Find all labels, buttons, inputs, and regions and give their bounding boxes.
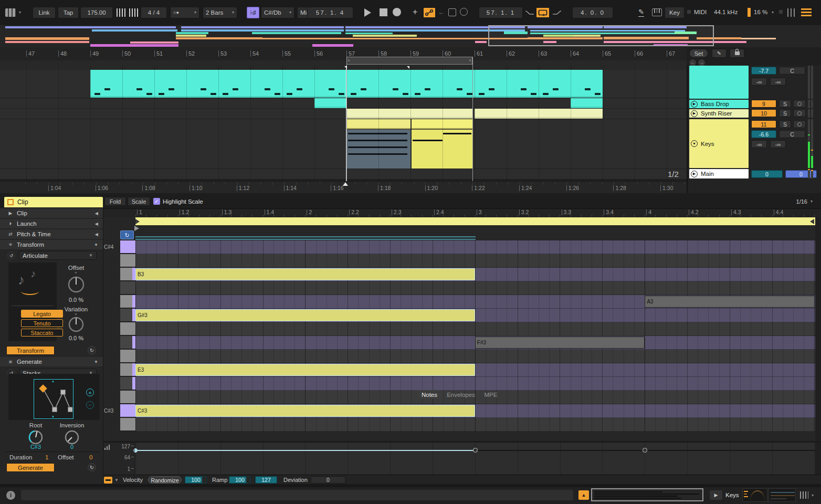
generate-apply-button[interactable]: Generate [6,463,55,472]
section-collapsed-icon[interactable]: ◀ [95,222,98,226]
mode-staccato-button[interactable]: Staccato [21,329,63,337]
piano-key-d3[interactable] [120,391,135,404]
randomize-button[interactable]: Randomize [148,476,182,484]
midi-note[interactable]: B3 [135,268,475,280]
midi-note[interactable]: F#3 [475,337,645,349]
piano-key-c4[interactable] [120,254,135,267]
generate-refresh-button[interactable]: ↻ [88,463,96,471]
tab-mpe[interactable]: MPE [480,390,502,399]
clip-tab[interactable]: Clip [4,197,103,207]
inversion-value[interactable]: 0 [56,444,88,450]
set-locator-button[interactable]: Set [689,49,708,58]
piano-key-b3[interactable] [120,268,135,281]
duration-value[interactable]: 1 [45,454,48,460]
device-thumbnail-2[interactable] [769,488,796,502]
piano-key-g3[interactable] [120,322,135,335]
midi-note[interactable]: C#3 [135,405,475,417]
info-icon[interactable]: i [6,491,15,500]
piano-key-ds3[interactable] [120,377,135,390]
track-title-chip[interactable]: ▶Synth Riser [689,109,749,118]
track-arm-button[interactable] [793,120,806,128]
track-volume-field[interactable]: 0 [751,170,783,178]
arrangement-minimap[interactable] [591,488,703,501]
arrangement-loop-brace[interactable]: ›‹ [346,57,472,65]
section-generate[interactable]: ✳ Generate ▼ [0,357,103,367]
transform-refresh-button[interactable]: ↻ [88,346,96,354]
section-collapsed-icon[interactable]: ◀ [95,232,98,237]
offset-knob[interactable] [66,274,87,295]
section-clip[interactable]: ▶Clip◀ [0,208,103,218]
clip-start-marker-icon[interactable] [134,226,139,231]
piano-key-gs3[interactable] [120,309,135,322]
midi-clip-body[interactable] [412,130,472,169]
piano-key-as3[interactable] [120,281,135,295]
show-push-button[interactable]: ▲ [578,490,589,500]
footer-play-button[interactable]: ▶ [710,490,722,500]
tab-envelopes[interactable]: Envelopes [444,390,478,399]
ramp-from-field[interactable]: 100 [229,476,251,484]
scale-fold-button[interactable]: Scale [128,197,150,206]
track-solo-button[interactable]: S [779,100,791,108]
track-lane[interactable] [0,169,687,179]
track-title-chip[interactable]: ▼Keys [689,119,749,168]
track-send-a[interactable]: -∞ [751,78,767,86]
ramp-to-field[interactable]: 127 [255,476,277,484]
midi-note[interactable]: A3 [645,296,814,308]
overview-selection-frame[interactable] [488,25,714,46]
highlight-scale-checkbox[interactable]: ✓ [153,198,160,205]
track-volume-field[interactable]: -6.6 [751,130,776,138]
editor-loop-bar[interactable] [135,217,815,225]
grid-caret-icon[interactable]: ▾ [811,200,813,204]
section-collapsed-icon[interactable]: ◀ [95,211,98,216]
variation-knob[interactable] [67,315,86,334]
stacks-graph[interactable]: ▲ ▼ [34,379,73,419]
deviation-field[interactable]: 0 [311,476,345,484]
lock-envelopes-button[interactable] [730,49,744,58]
root-value[interactable]: C#3 [20,444,51,450]
editor-beat-ruler[interactable] [103,208,821,217]
arrangement-clip[interactable] [571,98,603,108]
section-expanded-icon[interactable]: ▼ [94,243,98,247]
track-play-icon[interactable]: ▶ [691,101,698,108]
midi-note[interactable]: G#3 [135,309,475,321]
highlight-scale-label[interactable]: Highlight Scale [163,198,203,205]
output-meter-icon[interactable] [800,491,808,499]
grid-value[interactable]: 1/16 [786,198,807,205]
track-arm-button[interactable] [793,109,806,117]
lane-caret-icon[interactable]: ▼ [114,478,119,482]
transform-reroll-icon[interactable]: ↺ [7,251,15,259]
track-input-field[interactable]: 11 [751,120,776,128]
meter-caret-icon[interactable]: ▾ [812,494,814,498]
lane-chooser-button[interactable] [104,477,112,484]
track-title-chip[interactable] [689,66,749,99]
transform-preset-menu[interactable]: Articulate▼ [19,251,97,260]
track-play-icon[interactable]: ▶ [691,171,698,177]
tab-notes[interactable]: Notes [417,390,441,399]
piano-key-c3[interactable] [120,418,135,431]
track-title-chip[interactable]: ▶Bass Drop [689,100,749,108]
piano-key-fs3[interactable] [120,336,135,349]
velocity-point[interactable] [473,448,478,453]
track-input-field[interactable]: 9 [751,100,776,108]
track-fold-icon[interactable]: ▼ [691,140,698,147]
track-solo-button[interactable]: S [779,109,791,117]
track-lane[interactable] [0,119,687,169]
track-play-icon[interactable]: ▶ [691,110,698,117]
track-solo-button[interactable]: S [779,120,791,128]
arrangement-clip[interactable] [314,98,346,108]
midi-clip-header[interactable] [412,119,472,129]
editor-loop-toggle[interactable]: ↻ [120,230,134,239]
gen-offset-value[interactable]: 0 [89,454,92,460]
fold-button[interactable]: Fold [104,197,126,206]
add-stack-button[interactable]: + [86,388,94,396]
remove-stack-button[interactable]: − [86,401,94,409]
track-pan-field[interactable]: C [779,67,805,75]
randomize-amount-field[interactable]: 100 [185,476,207,484]
midi-note[interactable]: E3 [135,364,475,376]
mode-tenuto-button[interactable]: Tenuto [21,319,63,327]
track-pan-field[interactable]: C [779,130,805,138]
section-transform[interactable]: ✳Transform▼ [0,240,103,250]
track-send-a[interactable]: -∞ [751,140,767,148]
section-launch[interactable]: ⏵Launch◀ [0,219,103,229]
piano-key-e3[interactable] [120,363,135,376]
